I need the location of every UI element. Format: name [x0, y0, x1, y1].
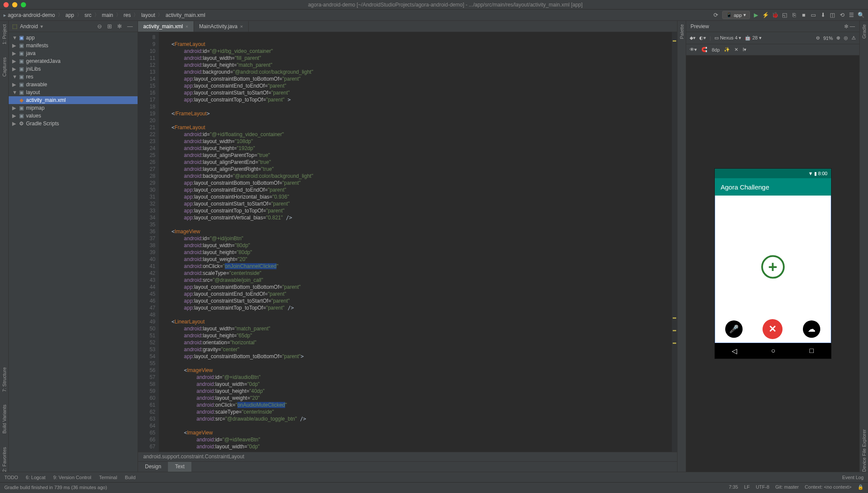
tree-mipmap[interactable]: ▶▣mipmap — [9, 104, 138, 112]
zoom-out-icon[interactable]: ⊖ — [816, 35, 820, 41]
wand-icon[interactable]: ✨ — [724, 47, 730, 52]
project-structure-icon[interactable]: ☰ — [848, 12, 855, 19]
tree-java[interactable]: ▶▣java — [9, 49, 138, 57]
hide-icon[interactable]: — — [126, 23, 134, 29]
sync-icon[interactable]: ⟳ — [713, 12, 720, 19]
file-encoding[interactable]: UTF-8 — [756, 484, 769, 490]
context[interactable]: Context: <no context> — [805, 484, 852, 490]
maximize-window[interactable] — [21, 2, 26, 7]
tab-mainactivity[interactable]: MainActivity.java× — [194, 21, 249, 32]
clear-constraints-icon[interactable]: ✕ — [734, 47, 738, 52]
cursor-position[interactable]: 7:35 — [729, 484, 738, 490]
orientation-dropdown[interactable]: ◐▾ — [699, 35, 706, 41]
tree-layout[interactable]: ▼▣layout — [9, 88, 138, 96]
code-breadcrumb-footer[interactable]: android.support.constraint.ConstraintLay… — [138, 452, 677, 461]
avd-manager-icon[interactable]: ▭ — [810, 12, 817, 19]
video-off-button[interactable]: ☁ — [803, 320, 820, 338]
tree-values[interactable]: ▶▣values — [9, 112, 138, 120]
surface-dropdown[interactable]: ◆▾ — [690, 35, 696, 41]
close-tab-icon[interactable]: × — [185, 24, 188, 29]
leave-button[interactable]: ✕ — [763, 319, 783, 339]
build-button[interactable]: Build — [125, 475, 135, 480]
code-content[interactable]: <FrameLayout android:id="@+id/bg_video_c… — [159, 32, 672, 452]
line-separator[interactable]: LF — [744, 484, 750, 490]
crumb-file[interactable]: activity_main.xml — [165, 12, 205, 18]
project-view-dropdown[interactable]: Android — [20, 23, 38, 29]
settings-icon[interactable]: ✻ — [116, 23, 123, 29]
apply-changes-icon[interactable]: ⚡ — [762, 12, 769, 19]
close-tab-icon[interactable]: × — [240, 24, 243, 29]
warnings-icon[interactable]: ⚠ — [852, 35, 856, 41]
tree-app[interactable]: ▼▣app — [9, 34, 138, 42]
crumb-project[interactable]: agora-android-demo — [8, 12, 55, 18]
api-dropdown[interactable]: 🤖 28 ▾ — [745, 35, 761, 41]
run-icon[interactable]: ▶ — [753, 12, 760, 19]
guidelines-icon[interactable]: I▾ — [743, 47, 746, 52]
device-dropdown[interactable]: ▭ Nexus 4 ▾ — [714, 35, 741, 41]
vcs-button[interactable]: 9: Version Control — [53, 475, 91, 480]
layout-inspector-icon[interactable]: ◫ — [829, 12, 836, 19]
rail-palette[interactable]: Palette — [679, 24, 684, 39]
tree-activity-main[interactable]: ◆activity_main.xml — [9, 96, 138, 104]
debug-icon[interactable]: 🐞 — [772, 12, 779, 19]
rail-captures[interactable]: Captures — [2, 57, 7, 77]
reformat-icon[interactable]: ⟲ — [838, 12, 845, 19]
crumb-main[interactable]: main — [102, 12, 113, 18]
breadcrumb[interactable]: ▸ agora-android-demo〉 app〉 src〉 main〉 re… — [3, 11, 205, 19]
magnet-icon[interactable]: 🧲 — [701, 47, 707, 52]
todo-button[interactable]: TODO — [4, 475, 18, 480]
line-gutter[interactable]: 8910111213141516171819202122232425262728… — [138, 32, 159, 452]
crumb-src[interactable]: src — [85, 12, 92, 18]
tree-jnilibs[interactable]: ▶▣jniLibs — [9, 65, 138, 73]
design-tab[interactable]: Design — [138, 462, 168, 472]
rail-gradle[interactable]: Gradle — [861, 24, 867, 39]
dp-value[interactable]: 8dp — [712, 47, 720, 52]
git-branch[interactable]: Git: master — [776, 484, 799, 490]
eventlog-button[interactable]: Event Log — [842, 475, 864, 480]
tree-res[interactable]: ▼▣res — [9, 73, 138, 81]
preview-settings-icon[interactable]: ✻ — — [844, 23, 855, 29]
status-message: Gradle build finished in 739 ms (36 minu… — [4, 485, 107, 490]
project-tree[interactable]: ▼▣app ▶▣manifests ▶▣java ▶▣generatedJava… — [9, 32, 138, 129]
crumb-app[interactable]: app — [66, 12, 74, 18]
recents-icon[interactable]: □ — [809, 347, 814, 355]
search-icon[interactable]: 🔍 — [858, 12, 865, 19]
zoom-in-icon[interactable]: ⊕ — [836, 35, 840, 41]
close-window[interactable] — [3, 2, 9, 7]
tab-activity-main[interactable]: activity_main.xml× — [138, 21, 194, 32]
crumb-layout[interactable]: layout — [141, 12, 155, 18]
tree-drawable[interactable]: ▶▣drawable — [9, 81, 138, 88]
sdk-manager-icon[interactable]: ⬇ — [819, 12, 826, 19]
stop-icon[interactable]: ■ — [800, 12, 807, 19]
attach-debugger-icon[interactable]: ⎘ — [791, 12, 798, 19]
join-button[interactable]: + — [761, 255, 785, 278]
preview-toolbar-2: 👁▾ 🧲 8dp ✨ ✕ I▾ — [686, 44, 859, 56]
text-tab[interactable]: Text — [168, 462, 191, 472]
rail-build-variants[interactable]: Build Variants — [2, 405, 7, 434]
run-config-dropdown[interactable]: 📱 app ▾ — [722, 11, 750, 19]
minimize-window[interactable] — [12, 2, 17, 7]
rail-project[interactable]: 1: Project — [2, 24, 7, 44]
lock-icon[interactable]: 🔒 — [858, 484, 864, 490]
phone-content[interactable]: + 🎤 ✕ ☁ — [715, 196, 831, 343]
collapse-icon[interactable]: ⊖ — [96, 23, 103, 29]
tree-manifests[interactable]: ▶▣manifests — [9, 42, 138, 49]
code-editor[interactable]: 8910111213141516171819202122232425262728… — [138, 32, 677, 452]
zoom-fit-icon[interactable]: ◎ — [844, 35, 848, 41]
marker-strip[interactable] — [672, 32, 677, 452]
mute-button[interactable]: 🎤 — [725, 320, 743, 338]
rail-device-explorer[interactable]: Device File Explorer — [861, 429, 867, 472]
expand-icon[interactable]: ⊞ — [106, 23, 113, 29]
tree-generatedjava[interactable]: ▶▣generatedJava — [9, 57, 138, 65]
back-icon[interactable]: ◁ — [732, 347, 737, 355]
view-options-icon[interactable]: 👁▾ — [690, 47, 697, 52]
profile-icon[interactable]: ◱ — [781, 12, 788, 19]
crumb-res[interactable]: res — [124, 12, 131, 18]
terminal-button[interactable]: Terminal — [99, 475, 117, 480]
home-icon[interactable]: ○ — [771, 347, 776, 355]
rail-structure[interactable]: 7: Structure — [2, 367, 7, 392]
tree-gradle[interactable]: ▶⚙Gradle Scripts — [9, 120, 138, 127]
preview-canvas[interactable]: ▼ ▮ 8:00 Agora Challenge + 🎤 ✕ ☁ ◁ — [686, 56, 859, 472]
rail-favorites[interactable]: 2: Favorites — [2, 447, 7, 472]
logcat-button[interactable]: 6: Logcat — [26, 475, 46, 480]
